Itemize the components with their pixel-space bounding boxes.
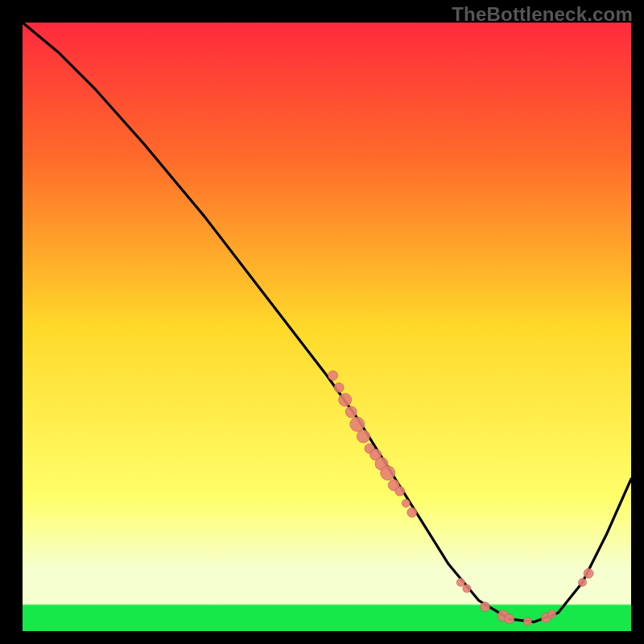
data-marker [339, 394, 352, 407]
data-marker [579, 579, 587, 587]
data-marker [505, 614, 514, 624]
bottleneck-curve-chart [0, 0, 644, 644]
data-marker [345, 407, 357, 418]
plot-area [23, 23, 631, 631]
data-marker [407, 508, 417, 518]
data-marker [395, 486, 405, 496]
data-marker [481, 602, 490, 612]
data-marker [402, 499, 410, 507]
data-marker [456, 579, 464, 587]
data-marker [350, 417, 365, 431]
data-marker [334, 383, 344, 393]
data-marker [463, 584, 471, 592]
data-marker [328, 371, 338, 381]
data-marker [381, 465, 395, 480]
data-marker [524, 617, 532, 625]
data-marker [584, 568, 593, 578]
chart-container: TheBottleneck.com [0, 0, 644, 644]
data-marker [357, 430, 369, 443]
watermark-text: TheBottleneck.com [452, 3, 633, 26]
data-marker [548, 610, 556, 618]
